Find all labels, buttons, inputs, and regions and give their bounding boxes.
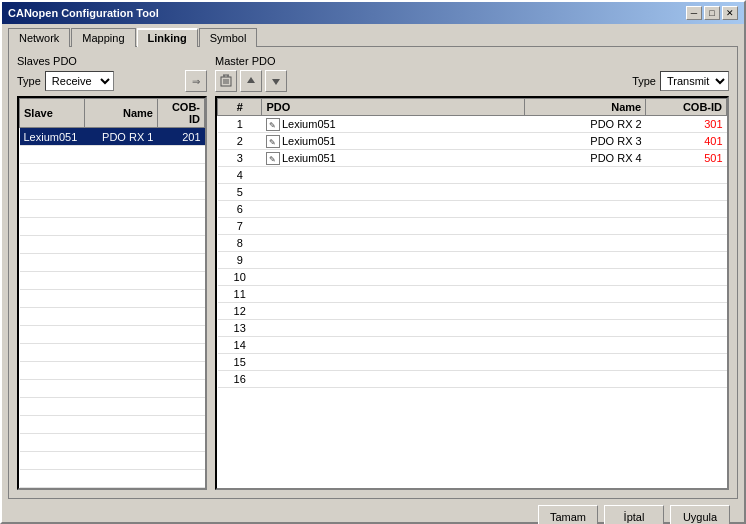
move-up-button[interactable] (240, 70, 262, 92)
slaves-table-row[interactable] (20, 380, 205, 398)
slaves-table-row[interactable] (20, 344, 205, 362)
slaves-table-row[interactable] (20, 326, 205, 344)
row-num-cell: 11 (218, 286, 262, 303)
slave-cell (20, 434, 85, 452)
master-table-row[interactable]: 10 (218, 269, 727, 286)
slaves-type-select[interactable]: Receive Transmit (45, 71, 114, 91)
slaves-table-row[interactable] (20, 398, 205, 416)
master-table-row[interactable]: 5 (218, 184, 727, 201)
slaves-table-row[interactable] (20, 434, 205, 452)
cancel-button[interactable]: İptal (604, 505, 664, 524)
slaves-table-row[interactable] (20, 290, 205, 308)
master-pdo-label: Master PDO (215, 55, 729, 67)
slaves-table-row[interactable] (20, 308, 205, 326)
name-cell (84, 326, 157, 344)
row-pdo-cell (262, 371, 525, 388)
row-name-cell (525, 201, 646, 218)
slave-cell (20, 146, 85, 164)
cobid-cell (157, 200, 204, 218)
cobid-cell (157, 146, 204, 164)
col-cobid-header: COB-ID (157, 99, 204, 128)
ok-button[interactable]: Tamam (538, 505, 598, 524)
master-table-row[interactable]: 4 (218, 167, 727, 184)
pdo-edit-icon[interactable]: ✎ (266, 152, 280, 165)
svg-marker-8 (272, 79, 280, 85)
row-pdo-cell (262, 167, 525, 184)
slaves-table-row[interactable] (20, 452, 205, 470)
row-name-cell (525, 269, 646, 286)
master-pdo-panel: Master PDO (215, 55, 729, 490)
row-pdo-cell (262, 235, 525, 252)
slaves-table-row[interactable] (20, 362, 205, 380)
master-table-row[interactable]: 15 (218, 354, 727, 371)
row-name-cell (525, 320, 646, 337)
slaves-table-row[interactable] (20, 236, 205, 254)
master-table-row[interactable]: 7 (218, 218, 727, 235)
row-pdo-cell (262, 320, 525, 337)
move-down-button[interactable] (265, 70, 287, 92)
row-num-cell: 7 (218, 218, 262, 235)
master-type-label: Type (632, 75, 656, 87)
row-cobid-cell: 401 (646, 133, 727, 150)
name-cell (84, 218, 157, 236)
slaves-table-row[interactable] (20, 146, 205, 164)
slaves-pdo-panel: Slaves PDO Type Receive Transmit ⇒ (17, 55, 207, 490)
master-action-buttons (215, 70, 287, 92)
name-cell (84, 164, 157, 182)
slaves-table-row[interactable] (20, 182, 205, 200)
slave-cell (20, 272, 85, 290)
name-cell (84, 434, 157, 452)
master-table-row[interactable]: 13 (218, 320, 727, 337)
master-table-row[interactable]: 8 (218, 235, 727, 252)
master-table-row[interactable]: 1 ✎Lexium051 PDO RX 2 301 (218, 116, 727, 133)
name-cell (84, 272, 157, 290)
row-num-cell: 2 (218, 133, 262, 150)
pdo-edit-icon[interactable]: ✎ (266, 135, 280, 148)
maximize-button[interactable]: □ (704, 6, 720, 20)
master-table-row[interactable]: 12 (218, 303, 727, 320)
slaves-table-row[interactable] (20, 218, 205, 236)
pdo-edit-icon[interactable]: ✎ (266, 118, 280, 131)
link-icon[interactable]: ⇒ (185, 70, 207, 92)
master-table-row[interactable]: 16 (218, 371, 727, 388)
slave-cell (20, 380, 85, 398)
slaves-table-row[interactable] (20, 164, 205, 182)
main-window: CANopen Configuration Tool ─ □ ✕ Network… (0, 0, 746, 524)
slaves-table-row[interactable] (20, 470, 205, 488)
master-table-row[interactable]: 6 (218, 201, 727, 218)
row-name-cell (525, 286, 646, 303)
master-table-row[interactable]: 3 ✎Lexium051 PDO RX 4 501 (218, 150, 727, 167)
master-table-row[interactable]: 9 (218, 252, 727, 269)
minimize-button[interactable]: ─ (686, 6, 702, 20)
close-button[interactable]: ✕ (722, 6, 738, 20)
master-type-select[interactable]: Receive Transmit (660, 71, 729, 91)
cobid-cell (157, 218, 204, 236)
tab-content: Slaves PDO Type Receive Transmit ⇒ (8, 46, 738, 499)
row-name-cell (525, 184, 646, 201)
master-table-row[interactable]: 11 (218, 286, 727, 303)
cobid-cell (157, 308, 204, 326)
slaves-table-row[interactable] (20, 254, 205, 272)
apply-button[interactable]: Uygula (670, 505, 730, 524)
tab-linking[interactable]: Linking (137, 28, 198, 47)
master-table-row[interactable]: 2 ✎Lexium051 PDO RX 3 401 (218, 133, 727, 150)
row-num-cell: 15 (218, 354, 262, 371)
cobid-cell (157, 164, 204, 182)
tab-mapping[interactable]: Mapping (71, 28, 135, 47)
slaves-table-row[interactable] (20, 272, 205, 290)
slaves-table-row[interactable]: Lexium051 PDO RX 1 201 (20, 128, 205, 146)
slaves-table-row[interactable] (20, 200, 205, 218)
delete-button[interactable] (215, 70, 237, 92)
tab-symbol[interactable]: Symbol (199, 28, 258, 47)
name-cell (84, 182, 157, 200)
row-num-cell: 16 (218, 371, 262, 388)
row-num-cell: 6 (218, 201, 262, 218)
tab-network[interactable]: Network (8, 28, 70, 47)
master-table-row[interactable]: 14 (218, 337, 727, 354)
cobid-cell (157, 182, 204, 200)
master-type-row: Type Receive Transmit (632, 71, 729, 91)
slaves-table-row[interactable] (20, 416, 205, 434)
cobid-cell (157, 416, 204, 434)
row-num-cell: 14 (218, 337, 262, 354)
row-pdo-cell (262, 201, 525, 218)
